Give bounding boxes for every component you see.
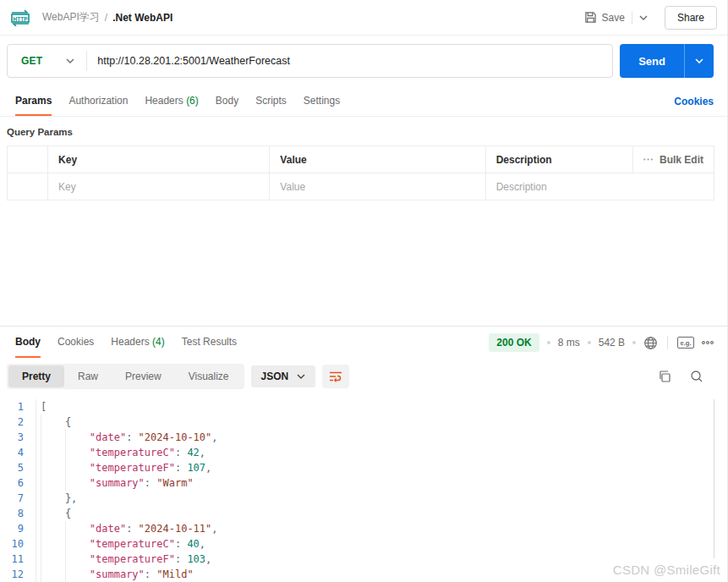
chevron-down-icon bbox=[297, 374, 305, 379]
chevron-down-icon bbox=[695, 58, 703, 63]
query-params-input-row bbox=[8, 173, 714, 200]
copy-icon[interactable] bbox=[658, 370, 671, 383]
code-line: 8{ bbox=[0, 506, 727, 521]
status-badge: 200 OK bbox=[489, 333, 539, 352]
view-raw[interactable]: Raw bbox=[64, 365, 112, 387]
line-number: 7 bbox=[0, 491, 36, 506]
tab-settings[interactable]: Settings bbox=[295, 87, 348, 116]
network-globe-icon[interactable] bbox=[643, 336, 658, 350]
headers-count: (6) bbox=[186, 95, 199, 107]
param-description-input[interactable] bbox=[496, 181, 703, 193]
send-button[interactable]: Send bbox=[620, 44, 714, 78]
wrap-lines-button[interactable] bbox=[322, 365, 349, 388]
search-icon[interactable] bbox=[690, 370, 703, 383]
param-value-input[interactable] bbox=[280, 181, 474, 193]
code-line: 4"temperatureC": 42, bbox=[0, 445, 727, 460]
tab-headers[interactable]: Headers (6) bbox=[136, 87, 206, 116]
app-window: { "topbar": { "http_badge": "HTTP", "bre… bbox=[0, 0, 728, 582]
response-meta: 200 OK 8 ms 542 B e.g. bbox=[489, 333, 714, 352]
line-number: 8 bbox=[0, 506, 36, 521]
query-params-header-row: Key Value Description Bulk Edit bbox=[8, 146, 714, 173]
url-box: GET bbox=[7, 44, 613, 78]
topbar: HTTP WebAPI学习 / .Net WebAPI Save Share bbox=[0, 0, 727, 36]
tab-scripts[interactable]: Scripts bbox=[247, 87, 295, 116]
code-line: 2{ bbox=[0, 415, 727, 430]
column-header-value: Value bbox=[270, 146, 485, 173]
wrap-lines-icon bbox=[329, 371, 342, 382]
more-options-icon[interactable] bbox=[702, 341, 714, 344]
watermark: CSDN @SmileGift bbox=[613, 563, 720, 577]
format-select[interactable]: JSON bbox=[251, 365, 316, 387]
line-number: 9 bbox=[0, 521, 36, 536]
code-line: 3"date": "2024-10-10", bbox=[0, 430, 727, 445]
request-tabs: Params Authorization Headers (6) Body Sc… bbox=[0, 86, 727, 117]
line-number: 12 bbox=[0, 567, 36, 582]
column-header-actions: Bulk Edit bbox=[632, 146, 714, 173]
send-options-caret[interactable] bbox=[684, 44, 714, 78]
share-button[interactable]: Share bbox=[665, 6, 717, 30]
view-visualize[interactable]: Visualize bbox=[175, 365, 243, 387]
save-label: Save bbox=[602, 12, 625, 24]
line-number: 6 bbox=[0, 475, 36, 491]
tab-authorization[interactable]: Authorization bbox=[60, 87, 136, 116]
response-view-bar: Pretty Raw Preview Visualize JSON bbox=[0, 359, 727, 396]
more-horizontal-icon bbox=[643, 158, 653, 161]
line-number: 10 bbox=[0, 536, 36, 552]
line-number: 2 bbox=[0, 415, 36, 430]
response-tab-cookies[interactable]: Cookies bbox=[49, 327, 102, 358]
breadcrumb-collection[interactable]: WebAPI学习 bbox=[42, 10, 100, 25]
breadcrumb: WebAPI学习 / .Net WebAPI bbox=[42, 10, 172, 25]
row-handle-column bbox=[8, 146, 48, 173]
breadcrumb-separator: / bbox=[105, 12, 107, 24]
method-label: GET bbox=[21, 55, 42, 67]
save-as-example-button[interactable]: e.g. bbox=[677, 337, 694, 349]
chevron-down-icon bbox=[66, 58, 74, 63]
bulk-edit-label: Bulk Edit bbox=[660, 154, 703, 166]
format-label: JSON bbox=[261, 371, 289, 382]
code-line: 5"temperatureF": 107, bbox=[0, 460, 727, 475]
breadcrumb-request-name[interactable]: .Net WebAPI bbox=[112, 12, 172, 24]
svg-text:HTTP: HTTP bbox=[14, 15, 29, 21]
vertical-scrollbar[interactable] bbox=[714, 399, 714, 558]
url-input[interactable] bbox=[87, 45, 612, 77]
response-time: 8 ms bbox=[558, 337, 580, 349]
line-number: 3 bbox=[0, 430, 36, 445]
line-number: 11 bbox=[0, 552, 36, 567]
bulk-edit-button[interactable]: Bulk Edit bbox=[643, 154, 703, 166]
response-tab-body[interactable]: Body bbox=[7, 327, 49, 358]
request-builder: GET Send bbox=[0, 36, 727, 86]
param-key-input[interactable] bbox=[58, 181, 259, 193]
query-params-table: Key Value Description Bulk Edit bbox=[7, 146, 714, 200]
line-number: 1 bbox=[0, 399, 36, 415]
query-params-title: Query Params bbox=[0, 117, 727, 144]
response-headers-count: (4) bbox=[152, 336, 165, 348]
method-select[interactable]: GET bbox=[8, 45, 86, 77]
code-line: 10"temperatureC": 40, bbox=[0, 536, 727, 552]
tab-body[interactable]: Body bbox=[207, 87, 247, 116]
line-number: 5 bbox=[0, 460, 36, 475]
code-line: 1[ bbox=[0, 399, 727, 415]
view-preview[interactable]: Preview bbox=[112, 365, 175, 387]
send-label[interactable]: Send bbox=[620, 44, 684, 78]
view-pretty[interactable]: Pretty bbox=[8, 365, 64, 387]
http-request-icon: HTTP bbox=[10, 9, 32, 26]
column-header-key: Key bbox=[48, 146, 270, 173]
meta-dot bbox=[547, 341, 550, 344]
meta-dot bbox=[588, 341, 591, 344]
column-header-description: Description bbox=[485, 146, 632, 173]
view-mode-group: Pretty Raw Preview Visualize bbox=[7, 364, 244, 389]
response-size: 542 B bbox=[599, 337, 625, 349]
row-handle-cell bbox=[8, 173, 48, 200]
meta-dot bbox=[632, 341, 636, 344]
save-button[interactable]: Save bbox=[577, 7, 632, 28]
response-tabs: Body Cookies Headers (4) Test Results 20… bbox=[0, 327, 727, 359]
code-line: 9"date": "2024-10-11", bbox=[0, 521, 727, 536]
tab-params[interactable]: Params bbox=[7, 87, 60, 116]
code-line: 7}, bbox=[0, 491, 727, 506]
response-tab-test-results[interactable]: Test Results bbox=[173, 327, 245, 358]
save-icon bbox=[584, 11, 597, 24]
save-options-caret[interactable] bbox=[632, 11, 654, 25]
cookies-link[interactable]: Cookies bbox=[674, 96, 714, 107]
response-pane: Body Cookies Headers (4) Test Results 20… bbox=[0, 326, 727, 582]
response-tab-headers[interactable]: Headers (4) bbox=[102, 327, 172, 358]
